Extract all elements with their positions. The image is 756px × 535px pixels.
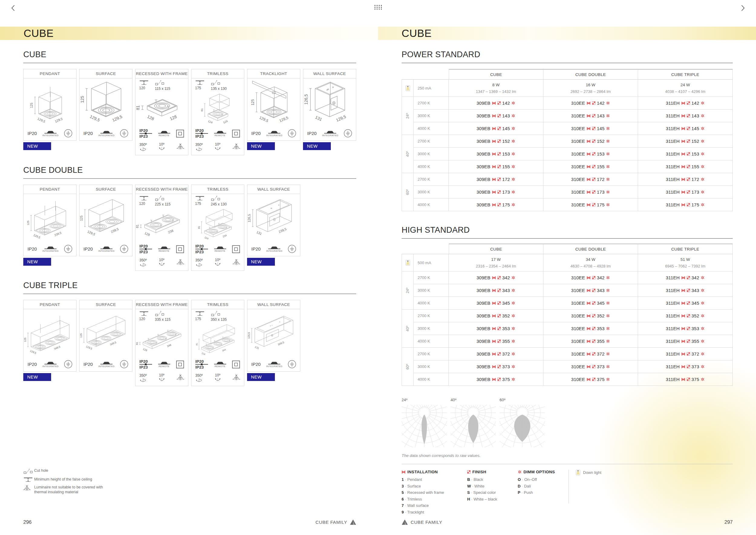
starburst-icon (606, 288, 610, 292)
code-number: 153 (691, 151, 699, 156)
new-badge: NEW (247, 142, 275, 150)
false-ceiling-min: 120 (139, 311, 149, 321)
code-prefix: 310EE (571, 377, 585, 382)
ground-icon (288, 245, 296, 253)
ip-rating: IP20 (28, 362, 37, 367)
power-cell: 8 W1347 – 1369 – 1432 lm (449, 80, 543, 97)
checker-icon (498, 365, 501, 368)
code-number: 155 (502, 164, 510, 169)
starburst-icon (701, 152, 705, 156)
ground-icon (120, 129, 128, 137)
code-number: 142 (502, 100, 510, 106)
legend-label: Minimum height of the false ceiling (34, 477, 92, 482)
svg-text:129,5: 129,5 (112, 114, 123, 123)
checker-icon (498, 203, 501, 206)
starburst-icon (701, 139, 705, 143)
code-number: 145 (691, 126, 699, 131)
checker-icon (498, 165, 501, 168)
scissors-icon (492, 289, 496, 292)
driver-icon: REMOTE (214, 246, 227, 252)
thumbnail-grid-button[interactable] (374, 5, 382, 11)
install-dims-row: 120 115 x 115 (135, 78, 188, 92)
scissors-icon (492, 301, 496, 305)
legend-item: B · Black (467, 476, 497, 483)
starburst-icon (606, 377, 610, 381)
product-card: TRACKLIGHT 125129,5129,5 IP20 INTEGRATED… (247, 69, 300, 150)
product-drawing: 81124124 (191, 92, 244, 127)
spec-row: IP20IP23 REMOTE (191, 243, 244, 255)
next-page-button[interactable] (739, 4, 747, 12)
product-section: CUBE PENDANT 125129,5129,5 IP20 INTEGRAT… (23, 50, 356, 155)
product-card: TRIMLESS 175 350 x 135 81124344 IP20IP23… (191, 300, 244, 386)
code-prefix: 309EB (476, 151, 491, 156)
cut-hole-icon (211, 311, 221, 317)
svg-text:125: 125 (80, 333, 83, 338)
down-light-cell (402, 254, 414, 271)
starburst-icon (511, 101, 515, 105)
new-badge: NEW (247, 373, 275, 381)
wattage: 24 W (680, 83, 690, 87)
lumen-range: 4630 – 4708 – 4928 lm (571, 264, 611, 268)
tilt-spec: 10º (158, 142, 165, 151)
product-code: 310EE145 (543, 122, 638, 135)
code-number: 355 (502, 339, 510, 344)
code-prefix: 311EH (666, 113, 680, 118)
scissors-icon (492, 314, 496, 318)
product-code: 310EE375 (543, 373, 638, 386)
svg-text:81: 81 (195, 343, 198, 345)
starburst-icon (511, 301, 515, 305)
rotation-icon (139, 263, 147, 267)
code-number: 152 (502, 139, 510, 144)
no-cover-icon (232, 374, 240, 381)
product-code: 309EB143 (449, 110, 543, 122)
scissors-icon (492, 178, 496, 181)
checker-icon (592, 365, 595, 368)
driver-label: INTEGRATED (98, 250, 115, 252)
previous-page-button[interactable] (9, 4, 17, 12)
no-cover-icon (232, 143, 240, 150)
starburst-icon (518, 470, 522, 474)
code-number: 155 (691, 164, 699, 169)
scissors-icon (681, 190, 685, 194)
cct-label: 4000 K (414, 373, 449, 386)
code-prefix: 311EH (666, 313, 680, 318)
scissors-icon (681, 289, 685, 292)
code-prefix: 311EH (666, 351, 680, 356)
decorative-glow (596, 359, 756, 535)
tilt-icon (158, 378, 165, 382)
svg-text:349,5: 349,5 (54, 345, 61, 351)
code-prefix: 310EE (571, 313, 585, 318)
header-spacer (414, 69, 449, 80)
starburst-icon (701, 114, 705, 118)
starburst-icon (606, 190, 610, 194)
driver-icon: INTEGRATED (266, 246, 283, 252)
checker-icon (592, 340, 595, 343)
svg-text:81: 81 (201, 108, 203, 111)
driver-icon: REMOTE (214, 361, 227, 368)
starburst-icon (511, 190, 515, 194)
svg-text:128: 128 (144, 231, 150, 237)
code-prefix: 309EB (476, 100, 491, 106)
code-prefix: 309EB (476, 326, 491, 331)
column-header: CUBE TRIPLE (638, 243, 733, 254)
scissors-icon (681, 101, 685, 105)
legend-item: 6 · Trimless (402, 496, 444, 503)
ip-rating: IP20IP23 (195, 244, 208, 254)
driver-label: INTEGRATED (42, 365, 59, 368)
tilt-spec: 10º (158, 258, 165, 267)
code-prefix: 309EB (476, 189, 491, 195)
product-drawing: 81124234 (191, 208, 244, 243)
product-code: 309EB355 (449, 335, 543, 348)
false-ceiling-min: 120 (139, 196, 149, 206)
checker-icon (498, 190, 501, 194)
adjustability-row: 350º 10º (135, 255, 188, 270)
spec-row: IP20IP23 REMOTE (135, 358, 188, 371)
product-drawing: 81128128 (135, 92, 188, 127)
driver-icon: INTEGRATED (266, 130, 283, 137)
product-section: CUBE DOUBLE PENDANT 125129,5239,5 IP20 I… (23, 165, 356, 271)
product-code: 311EH143 (638, 110, 733, 122)
checker-icon (687, 152, 690, 155)
false-ceiling-min: 120 (139, 80, 149, 90)
legend-label: Down light (583, 470, 602, 475)
code-prefix: 309EB (476, 126, 491, 131)
